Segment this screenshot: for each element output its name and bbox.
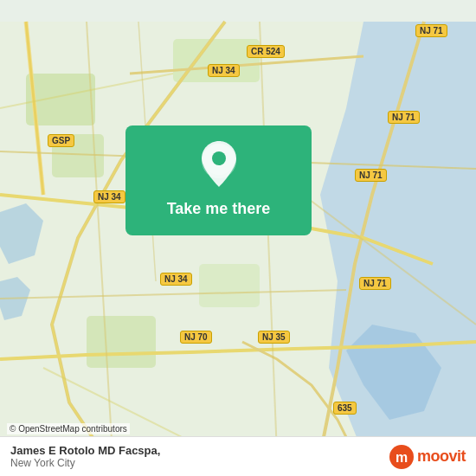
road-label-cr635: 635 bbox=[333, 402, 357, 415]
location-pin-icon bbox=[197, 139, 241, 191]
map: NJ 71 NJ 34 CR 524 GSP NJ 71 NJ 71 NJ 34… bbox=[0, 0, 476, 476]
road-label-nj71-lower: NJ 71 bbox=[359, 277, 391, 290]
road-label-nj70: NJ 70 bbox=[180, 331, 212, 344]
road-label-nj35: NJ 35 bbox=[258, 331, 290, 344]
road-label-gsp: GSP bbox=[48, 134, 74, 147]
map-attribution: © OpenStreetMap contributors bbox=[7, 423, 130, 434]
road-label-nj71-top: NJ 71 bbox=[415, 24, 447, 37]
bottom-bar: James E Rotolo MD Facspa, New York City … bbox=[0, 436, 476, 476]
road-label-nj71-mid2: NJ 71 bbox=[355, 169, 387, 182]
place-city: New York City bbox=[10, 457, 160, 469]
road-label-nj34-top: NJ 34 bbox=[208, 64, 240, 77]
svg-text:m: m bbox=[396, 450, 408, 465]
moovit-logo-text: moovit bbox=[417, 447, 466, 466]
svg-rect-8 bbox=[87, 316, 156, 368]
moovit-logo: m moovit bbox=[389, 445, 466, 469]
place-info: James E Rotolo MD Facspa, New York City bbox=[10, 444, 160, 469]
take-me-there-card[interactable]: Take me there bbox=[125, 125, 312, 235]
road-label-nj34-lower: NJ 34 bbox=[160, 273, 192, 286]
road-label-cr524: CR 524 bbox=[247, 45, 285, 58]
svg-rect-9 bbox=[199, 264, 260, 307]
road-label-nj71-mid: NJ 71 bbox=[388, 111, 420, 124]
svg-point-23 bbox=[212, 151, 226, 165]
road-label-nj34-mid2: NJ 34 bbox=[93, 190, 125, 203]
take-me-there-button[interactable]: Take me there bbox=[167, 200, 271, 218]
place-name: James E Rotolo MD Facspa, bbox=[10, 444, 160, 457]
moovit-logo-icon: m bbox=[389, 445, 414, 469]
